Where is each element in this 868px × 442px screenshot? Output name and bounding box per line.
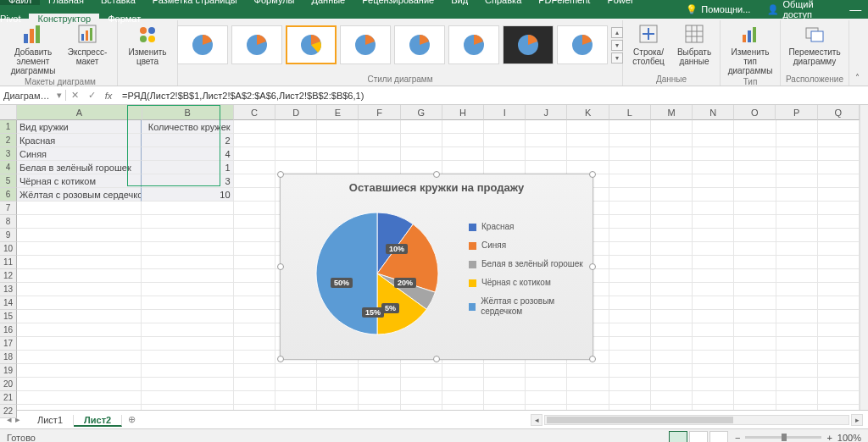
- cell[interactable]: Синяя: [17, 147, 142, 161]
- column-header[interactable]: L: [609, 105, 651, 120]
- cell[interactable]: [142, 269, 233, 283]
- cell[interactable]: [776, 364, 818, 378]
- cell[interactable]: [359, 161, 400, 174]
- cell[interactable]: [609, 337, 651, 351]
- row-header[interactable]: 18: [0, 351, 17, 364]
- row-header[interactable]: 17: [0, 337, 17, 351]
- cell[interactable]: [234, 120, 275, 134]
- row-header[interactable]: 16: [0, 323, 17, 337]
- column-header[interactable]: B: [142, 105, 234, 120]
- cell[interactable]: Красная: [17, 134, 142, 147]
- chart-title[interactable]: Оставшиеся кружки на продажу: [281, 174, 593, 197]
- column-header[interactable]: N: [693, 105, 734, 120]
- column-header[interactable]: J: [526, 105, 567, 120]
- worksheet-grid[interactable]: ABCDEFGHIJKLMNOPQ 1234567891011121314151…: [0, 105, 868, 410]
- cell[interactable]: [234, 147, 275, 161]
- cell[interactable]: [818, 120, 860, 134]
- cell[interactable]: [526, 161, 567, 174]
- row-header[interactable]: 19: [0, 364, 17, 378]
- cell[interactable]: [484, 405, 526, 410]
- cell[interactable]: [818, 256, 860, 269]
- cell[interactable]: [401, 120, 442, 134]
- cell[interactable]: [776, 391, 818, 405]
- cell[interactable]: [142, 229, 233, 242]
- menu-tab[interactable]: Рецензирование: [353, 0, 442, 5]
- cell[interactable]: [442, 147, 484, 161]
- column-header[interactable]: Q: [818, 105, 860, 120]
- cell[interactable]: [609, 378, 651, 391]
- cell[interactable]: Белая в зелёный горошек: [17, 161, 142, 174]
- cell[interactable]: [17, 378, 142, 391]
- row-header[interactable]: 3: [0, 147, 17, 161]
- cell[interactable]: [317, 405, 359, 410]
- cell[interactable]: [693, 229, 734, 242]
- cell[interactable]: [317, 147, 359, 161]
- row-header[interactable]: 5: [0, 174, 17, 188]
- row-header[interactable]: 14: [0, 296, 17, 310]
- cell[interactable]: [17, 229, 142, 242]
- cell[interactable]: [484, 391, 526, 405]
- cell[interactable]: [818, 188, 860, 202]
- cell[interactable]: [734, 391, 776, 405]
- cell[interactable]: [776, 242, 818, 256]
- cell[interactable]: [651, 391, 693, 405]
- cell[interactable]: [693, 174, 734, 188]
- cell[interactable]: [693, 242, 734, 256]
- cell[interactable]: [609, 351, 651, 364]
- cell[interactable]: [693, 147, 734, 161]
- cell[interactable]: [651, 147, 693, 161]
- cell[interactable]: [776, 323, 818, 337]
- cell[interactable]: [651, 269, 693, 283]
- menu-tab[interactable]: Файл: [0, 0, 40, 5]
- cell[interactable]: [609, 283, 651, 296]
- cell[interactable]: [651, 296, 693, 310]
- cell[interactable]: [776, 188, 818, 202]
- cell[interactable]: [818, 283, 860, 296]
- cell[interactable]: [359, 391, 400, 405]
- cell[interactable]: [651, 215, 693, 229]
- cell[interactable]: [776, 378, 818, 391]
- cell[interactable]: [234, 188, 275, 202]
- menu-tab[interactable]: Формулы: [246, 0, 303, 5]
- sheet-tab[interactable]: Лист1: [27, 415, 74, 425]
- cell[interactable]: [567, 364, 609, 378]
- cell[interactable]: [142, 378, 233, 391]
- cell[interactable]: [359, 405, 400, 410]
- chart-legend[interactable]: КраснаяСиняяБелая в зелёный горошекЧёрна…: [469, 222, 587, 325]
- cell[interactable]: [142, 391, 233, 405]
- row-header[interactable]: 9: [0, 229, 17, 242]
- column-header[interactable]: I: [484, 105, 526, 120]
- cell[interactable]: [567, 147, 609, 161]
- cell[interactable]: [818, 351, 860, 364]
- cell[interactable]: [401, 147, 442, 161]
- cell[interactable]: [275, 378, 317, 391]
- column-header[interactable]: H: [442, 105, 484, 120]
- cell[interactable]: [17, 391, 142, 405]
- row-header[interactable]: 2: [0, 134, 17, 147]
- normal-view-button[interactable]: [669, 431, 687, 443]
- cell[interactable]: [818, 296, 860, 310]
- legend-item[interactable]: Красная: [469, 222, 587, 232]
- cell[interactable]: [275, 120, 317, 134]
- cell[interactable]: [693, 337, 734, 351]
- cell[interactable]: [317, 364, 359, 378]
- row-header[interactable]: 15: [0, 310, 17, 323]
- cell[interactable]: [818, 337, 860, 351]
- quick-layout-button[interactable]: Экспресс-макет: [63, 22, 112, 75]
- cell[interactable]: [693, 351, 734, 364]
- menu-tab[interactable]: Разметка страницы: [144, 0, 246, 5]
- style-thumb[interactable]: [340, 25, 391, 64]
- cell[interactable]: [609, 161, 651, 174]
- cell[interactable]: [776, 405, 818, 410]
- cell[interactable]: [734, 323, 776, 337]
- cell[interactable]: 10: [142, 188, 233, 202]
- vertical-scrollbar[interactable]: [860, 105, 868, 410]
- cell[interactable]: [609, 256, 651, 269]
- zoom-level[interactable]: 100%: [837, 433, 861, 443]
- cell[interactable]: [609, 242, 651, 256]
- cell[interactable]: [651, 378, 693, 391]
- cell[interactable]: [693, 202, 734, 215]
- cell[interactable]: [526, 364, 567, 378]
- cell[interactable]: [234, 378, 275, 391]
- cell[interactable]: [275, 405, 317, 410]
